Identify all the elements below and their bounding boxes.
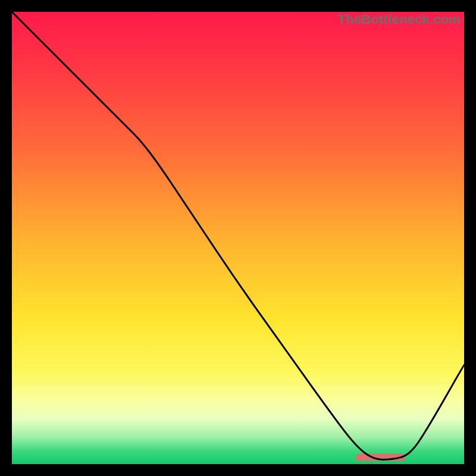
- watermark-text: TheBottleneck.com: [338, 12, 461, 27]
- chart-canvas: [12, 12, 464, 464]
- chart-frame: TheBottleneck.com: [12, 12, 464, 464]
